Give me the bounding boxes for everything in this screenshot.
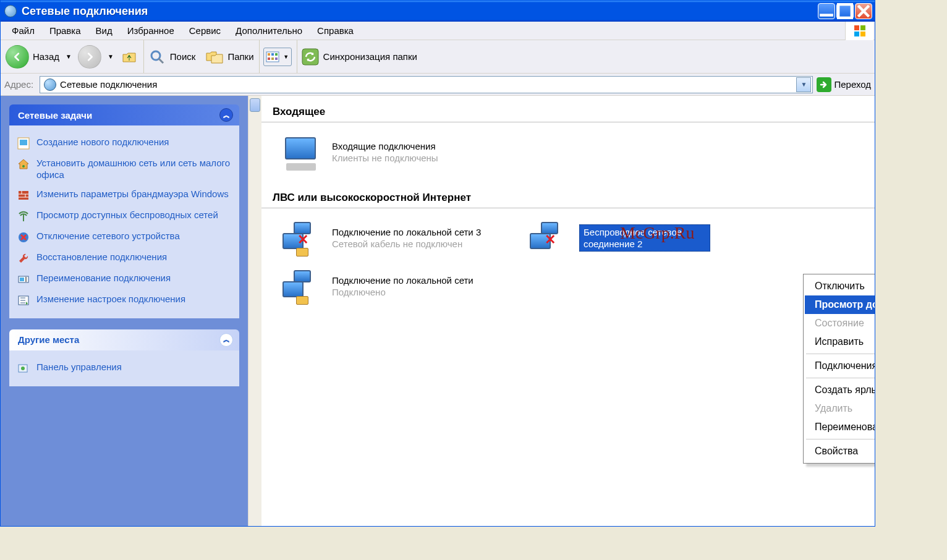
context-properties[interactable]: Свойства (805, 442, 875, 460)
menu-bar: Файл Правка Вид Избранное Сервис Дополни… (1, 22, 875, 40)
go-icon (817, 77, 831, 92)
windows-flag-icon[interactable] (845, 22, 873, 40)
back-button[interactable] (6, 45, 29, 69)
disable-icon (17, 231, 30, 244)
group-incoming-header: Входящее (261, 103, 875, 122)
body-area: Сетевые задачи ︽ Создание нового подключ… (1, 96, 875, 526)
task-home-network[interactable]: Установить домашнюю сеть или сеть малого… (17, 154, 232, 185)
task-firewall[interactable]: Изменить параметры брандмауэра Windows (17, 185, 232, 206)
svg-rect-13 (20, 140, 27, 145)
context-disable[interactable]: Отключить (805, 277, 875, 295)
context-menu: Отключить Просмотр доступных беспроводны… (803, 274, 875, 464)
content-pane: Входящее Входящие подключения Клиенты не… (261, 96, 875, 526)
svg-rect-0 (820, 14, 833, 16)
places-title: Другие места (18, 334, 79, 345)
app-icon (4, 5, 17, 17)
sidebar-scrollbar[interactable] (248, 96, 261, 526)
connection-status: Клиенты не подключены (332, 152, 438, 164)
context-rename[interactable]: Переименовать (805, 418, 875, 436)
forward-dropdown[interactable]: ▼ (105, 53, 116, 60)
sync-label[interactable]: Синхронизация папки (323, 51, 417, 62)
svg-rect-23 (20, 278, 24, 281)
tasks-title: Сетевые задачи (18, 110, 92, 121)
svg-point-2 (151, 51, 160, 60)
window-title: Сетевые подключения (22, 5, 818, 18)
watermark: McGrp.Ru (620, 223, 695, 243)
task-rename[interactable]: Переименование подключения (17, 269, 232, 290)
close-button[interactable] (855, 3, 872, 19)
menu-view[interactable]: Вид (88, 23, 120, 38)
svg-rect-11 (302, 49, 318, 65)
folders-icon[interactable] (205, 48, 224, 66)
up-folder-button[interactable] (120, 48, 138, 66)
search-label[interactable]: Поиск (170, 51, 196, 62)
menu-tools[interactable]: Сервис (182, 23, 228, 38)
task-change-settings[interactable]: Изменение настроек подключения (17, 290, 232, 311)
menu-help[interactable]: Справка (310, 23, 361, 38)
address-bar: Адрес: Сетевые подключения ▼ Переход (1, 74, 875, 96)
firewall-icon (17, 189, 30, 202)
collapse-icon[interactable]: ︽ (219, 333, 233, 347)
folders-label[interactable]: Папки (227, 51, 253, 62)
back-dropdown[interactable]: ▼ (63, 53, 74, 60)
svg-rect-5 (268, 53, 270, 56)
svg-rect-8 (268, 57, 270, 60)
forward-button[interactable] (78, 45, 101, 69)
context-separator (806, 439, 875, 439)
address-icon (44, 78, 56, 91)
menu-advanced[interactable]: Дополнительно (228, 23, 310, 38)
svg-rect-7 (275, 53, 278, 56)
context-separator (806, 378, 875, 378)
connection-incoming[interactable]: Входящие подключения Клиенты не подключе… (279, 131, 501, 173)
back-label: Назад (33, 51, 59, 62)
network-icon: ✕ (280, 219, 323, 257)
settings-icon (17, 294, 30, 307)
context-status[interactable]: Состояние (805, 314, 875, 333)
svg-point-27 (21, 367, 25, 370)
toolbar: Назад ▼ ▼ Поиск Папки (1, 40, 875, 74)
context-delete[interactable]: Удалить (805, 399, 875, 418)
sync-icon[interactable] (301, 48, 320, 66)
group-lan-header: ЛВС или высокоскоростной Интернет (261, 189, 875, 208)
places-panel-header[interactable]: Другие места ︽ (9, 329, 239, 350)
collapse-icon[interactable]: ︽ (219, 108, 233, 122)
task-new-connection[interactable]: Создание нового подключения (17, 133, 232, 154)
connection-status: Сетевой кабель не подключен (332, 238, 481, 250)
connection-name: Подключение по локальной сети 3 (332, 226, 481, 238)
svg-point-14 (22, 165, 25, 168)
go-label: Переход (834, 79, 871, 90)
context-view-wireless[interactable]: Просмотр доступных беспроводных сетей (805, 295, 875, 314)
task-disable-device[interactable]: Отключение сетевого устройства (17, 227, 232, 248)
window-frame: Сетевые подключения Файл Правка Вид Избр… (0, 0, 875, 527)
search-icon[interactable] (148, 48, 166, 66)
minimize-button[interactable] (818, 3, 835, 19)
menu-favorites[interactable]: Избранное (120, 23, 182, 38)
task-repair[interactable]: Восстановление подключения (17, 248, 232, 269)
disconnected-x-icon: ✕ (545, 232, 556, 248)
network-icon (280, 268, 323, 305)
control-panel-icon (17, 362, 30, 375)
scrollbar-thumb[interactable] (250, 98, 260, 112)
address-dropdown[interactable]: ▼ (796, 77, 811, 92)
context-repair[interactable]: Исправить (805, 333, 875, 351)
places-panel-body: Панель управления (9, 350, 239, 386)
menu-file[interactable]: Файл (4, 23, 42, 38)
context-bridge[interactable]: Подключения типа мост (805, 357, 875, 375)
connection-lan[interactable]: Подключение по локальной сети Подключено (279, 265, 501, 307)
new-connection-icon (17, 137, 30, 150)
menu-edit[interactable]: Правка (42, 23, 88, 38)
connection-name: Входящие подключения (332, 140, 438, 152)
task-view-wireless[interactable]: Просмотр доступных беспроводных сетей (17, 206, 232, 227)
svg-rect-9 (271, 57, 274, 60)
places-control-panel[interactable]: Панель управления (17, 358, 232, 379)
maximize-button[interactable] (836, 3, 854, 19)
connection-status: Подключено (332, 286, 473, 298)
context-shortcut[interactable]: Создать ярлык (805, 381, 875, 399)
tasks-panel: Сетевые задачи ︽ Создание нового подключ… (9, 104, 239, 318)
tasks-panel-header[interactable]: Сетевые задачи ︽ (9, 104, 239, 125)
views-button[interactable]: ▼ (263, 48, 292, 66)
address-field[interactable]: Сетевые подключения ▼ (40, 76, 813, 93)
go-button[interactable]: Переход (817, 77, 871, 92)
address-value: Сетевые подключения (60, 79, 796, 90)
connection-lan3[interactable]: ✕ Подключение по локальной сети 3 Сетево… (279, 217, 501, 259)
